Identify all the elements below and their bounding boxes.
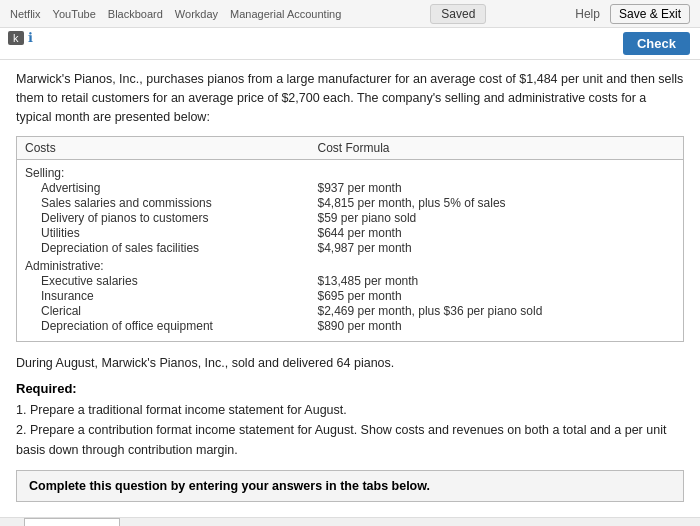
intro-text: Marwick's Pianos, Inc., purchases pianos… [16, 70, 684, 126]
nav-links: Netflix YouTube Blackboard Workday Manag… [10, 8, 341, 20]
main-content: Marwick's Pianos, Inc., purchases pianos… [0, 60, 700, 526]
second-bar: Check [0, 28, 700, 60]
cost-value: $2,469 per month, plus $36 per piano sol… [318, 304, 676, 318]
table-row: Depreciation of sales facilities$4,987 p… [25, 241, 675, 255]
tab-item[interactable]: Required 1 [24, 518, 120, 526]
cost-value: $4,815 per month, plus 5% of sales [318, 196, 676, 210]
cost-name: Advertising [25, 181, 318, 195]
top-nav-bar: Netflix YouTube Blackboard Workday Manag… [0, 0, 700, 28]
top-right-nav: Help Save & Exit [575, 4, 690, 24]
complete-box: Complete this question by entering your … [16, 470, 684, 502]
cost-name: Clerical [25, 304, 318, 318]
cost-name: Executive salaries [25, 274, 318, 288]
cost-name: Depreciation of sales facilities [25, 241, 318, 255]
nav-blackboard[interactable]: Blackboard [108, 8, 163, 20]
table-row: Utilities$644 per month [25, 226, 675, 240]
cost-value: $13,485 per month [318, 274, 676, 288]
cost-name: Sales salaries and commissions [25, 196, 318, 210]
cost-table-body: Selling: Advertising$937 per monthSales … [17, 160, 683, 341]
cost-table: Costs Cost Formula Selling: Advertising$… [16, 136, 684, 342]
cost-name: Delivery of pianos to customers [25, 211, 318, 225]
info-icon[interactable]: ℹ [28, 30, 33, 45]
selling-label: Selling: [25, 166, 675, 180]
table-row: Insurance$695 per month [25, 289, 675, 303]
help-link[interactable]: Help [575, 7, 600, 21]
nav-workday[interactable]: Workday [175, 8, 218, 20]
save-exit-button[interactable]: Save & Exit [610, 4, 690, 24]
check-button[interactable]: Check [623, 32, 690, 55]
cost-value: $644 per month [318, 226, 676, 240]
list-item: 1. Prepare a traditional format income s… [16, 400, 684, 420]
cost-value: $59 per piano sold [318, 211, 676, 225]
required-section: Required: 1. Prepare a traditional forma… [16, 381, 684, 460]
nav-netflix[interactable]: Netflix [10, 8, 41, 20]
cost-name: Depreciation of office equipment [25, 319, 318, 333]
required-label: Required: [16, 381, 684, 396]
cost-value: $695 per month [318, 289, 676, 303]
nav-managerial[interactable]: Managerial Accounting [230, 8, 341, 20]
admin-items: Executive salaries$13,485 per monthInsur… [25, 274, 675, 333]
table-row: Clerical$2,469 per month, plus $36 per p… [25, 304, 675, 318]
cost-table-header: Costs Cost Formula [17, 137, 683, 160]
table-row: Advertising$937 per month [25, 181, 675, 195]
saved-badge: Saved [430, 4, 486, 24]
k-label: k [8, 31, 24, 45]
problem-text: During August, Marwick's Pianos, Inc., s… [16, 354, 684, 373]
table-row: Depreciation of office equipment$890 per… [25, 319, 675, 333]
table-row: Sales salaries and commissions$4,815 per… [25, 196, 675, 210]
cost-name: Insurance [25, 289, 318, 303]
selling-items: Advertising$937 per monthSales salaries … [25, 181, 675, 255]
table-row: Delivery of pianos to customers$59 per p… [25, 211, 675, 225]
administrative-label: Administrative: [25, 259, 675, 273]
left-badge: k ℹ [8, 30, 33, 45]
required-items: 1. Prepare a traditional format income s… [16, 400, 684, 460]
cost-value: $890 per month [318, 319, 676, 333]
cost-name: Utilities [25, 226, 318, 240]
cost-value: $4,987 per month [318, 241, 676, 255]
col-formula-header: Cost Formula [318, 141, 676, 155]
cost-value: $937 per month [318, 181, 676, 195]
nav-youtube[interactable]: YouTube [53, 8, 96, 20]
list-item: 2. Prepare a contribution format income … [16, 420, 684, 460]
table-row: Executive salaries$13,485 per month [25, 274, 675, 288]
col-costs-header: Costs [25, 141, 318, 155]
